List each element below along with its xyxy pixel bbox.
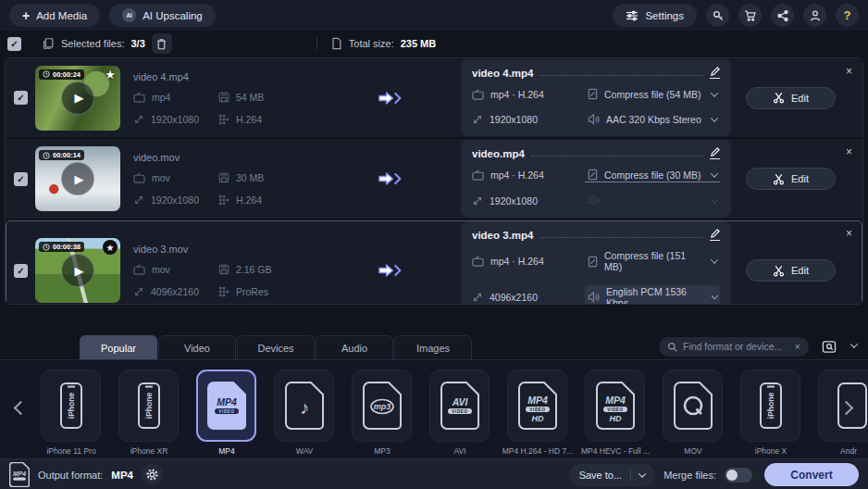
compress-icon <box>588 169 598 181</box>
add-media-label: Add Media <box>36 10 87 21</box>
mp4-hd-file-icon: MP4VIDEOHD <box>596 382 635 430</box>
rename-icon[interactable] <box>710 147 720 159</box>
format-card-mp4-selected[interactable]: MP4VIDEO MP4 <box>196 370 256 458</box>
tab-images[interactable]: Images <box>394 335 472 359</box>
format-card-iphone-x[interactable]: iPhone iPhone X <box>740 370 800 458</box>
cart-button[interactable] <box>738 4 762 27</box>
share-button[interactable] <box>771 4 794 27</box>
remove-file-icon[interactable]: × <box>846 228 852 239</box>
rename-icon[interactable] <box>710 67 720 79</box>
edit-button[interactable]: Edit <box>746 259 836 282</box>
chevron-down-icon <box>711 195 718 203</box>
file-row-2[interactable]: ✓ 00:00:14 ▶ video.mov mov 30 MB 1920x10… <box>6 139 862 219</box>
remove-file-icon[interactable]: × <box>846 66 852 77</box>
tab-devices[interactable]: Devices <box>237 335 315 359</box>
account-button[interactable] <box>803 4 826 27</box>
collapse-panel-chevron[interactable] <box>849 339 859 354</box>
format-card-android-partial[interactable]: Andr <box>818 370 868 458</box>
help-button[interactable]: ? <box>836 4 859 27</box>
format-card-iphone-11-pro[interactable]: iPhone iPhone 11 Pro <box>41 370 101 458</box>
scissors-icon <box>773 265 785 277</box>
svg-text:MP4: MP4 <box>527 395 548 406</box>
format-card-mp4-h264-hd[interactable]: MP4VIDEOHD MP4 H.264 - HD 7... <box>507 370 567 458</box>
source-filename: video.mov <box>133 152 318 163</box>
browse-formats-button[interactable] <box>817 336 841 357</box>
clock-icon <box>43 70 50 78</box>
search-icon <box>667 342 677 352</box>
output-settings-button[interactable] <box>142 464 163 485</box>
output-settings-card: video.mp4 mp4 · H.264 Compress file (30 … <box>461 140 731 218</box>
clock-icon <box>43 244 50 251</box>
compress-dropdown[interactable]: Compress file (54 MB) <box>585 87 720 101</box>
compress-dropdown[interactable]: Compress file (151 MB) <box>585 249 720 273</box>
format-card-iphone-xr[interactable]: iPhone iPhone XR <box>118 370 179 458</box>
video-thumbnail[interactable]: 00:00:24 ★ ▶ <box>35 66 120 131</box>
ai-upscaling-button[interactable]: AI AI Upscaling <box>109 4 216 27</box>
person-icon <box>809 9 822 22</box>
format-icon <box>133 172 145 183</box>
mp4-file-icon: MP4VIDEO <box>207 382 246 430</box>
remove-file-icon[interactable]: × <box>846 146 852 157</box>
audio-dropdown[interactable]: AAC 320 Kbps Stereo <box>585 113 720 126</box>
file-row-3[interactable]: ✓ 00:00:38 ★ ▶ video 3.mov mov 2.16 GB 4… <box>6 220 862 305</box>
select-all-checkbox[interactable]: ✓ <box>7 37 21 51</box>
source-filename: video 3.mov <box>133 244 318 255</box>
selected-files-group: Selected files: 3/3 <box>42 33 172 54</box>
favorite-star-icon[interactable]: ★ <box>105 68 116 82</box>
play-button[interactable]: ▶ <box>61 162 94 195</box>
chevron-down-icon <box>711 169 718 177</box>
convert-direction <box>318 170 461 187</box>
format-card-mp4-hevc-fullhd[interactable]: MP4VIDEOHD MP4 HEVC - Full ... <box>585 370 645 458</box>
save-to-dropdown[interactable]: Save to... <box>569 464 655 486</box>
scroll-left-arrow[interactable] <box>14 401 29 416</box>
play-button[interactable]: ▶ <box>61 82 94 115</box>
file-checkbox[interactable]: ✓ <box>14 264 28 278</box>
search-input[interactable] <box>683 341 789 352</box>
file-checkbox[interactable]: ✓ <box>14 91 28 105</box>
edit-button[interactable]: Edit <box>746 87 836 109</box>
tab-video[interactable]: Video <box>158 335 236 359</box>
edit-button[interactable]: Edit <box>746 168 836 190</box>
svg-text:AVI: AVI <box>451 396 468 408</box>
output-format-value: MP4 <box>111 470 133 481</box>
svg-text:MP4: MP4 <box>217 396 237 408</box>
tab-audio[interactable]: Audio <box>316 335 393 359</box>
copies-icon <box>42 37 55 50</box>
play-button[interactable]: ▶ <box>61 254 94 287</box>
settings-button[interactable]: Settings <box>613 4 697 27</box>
activation-key-button[interactable] <box>706 4 729 27</box>
output-format: mp4 · H.264 <box>472 249 581 273</box>
audio-dropdown[interactable]: English PCM 1536 Kbps... <box>585 285 720 305</box>
convert-button[interactable]: Convert <box>764 463 859 486</box>
favorite-star-icon[interactable]: ★ <box>103 240 118 255</box>
file-checkbox[interactable]: ✓ <box>14 172 28 186</box>
add-media-button[interactable]: + Add Media <box>9 4 100 27</box>
file-row-1[interactable]: ✓ 00:00:24 ★ ▶ video 4.mp4 mp4 54 MB 192… <box>6 58 862 137</box>
convert-direction <box>318 262 461 279</box>
selected-files-label: Selected files: <box>61 38 124 49</box>
svg-text:iPhone: iPhone <box>766 393 775 420</box>
resolution-icon <box>133 286 144 297</box>
convert-arrow-icon <box>378 262 402 279</box>
ai-upscaling-label: AI Upscaling <box>143 10 203 21</box>
resolution-icon <box>472 114 483 125</box>
source-info: video 3.mov mov 2.16 GB 4096x2160 ProRes <box>133 244 318 297</box>
clear-search-icon[interactable]: × <box>795 341 800 352</box>
format-card-wav[interactable]: ♪ WAV <box>274 370 334 458</box>
mp3-file-icon: mp3 <box>363 382 402 430</box>
format-card-avi[interactable]: AVIVIDEO AVI <box>429 370 490 458</box>
output-format: mp4 · H.264 <box>472 87 581 101</box>
format-card-mp3[interactable]: mp3 MP3 <box>352 370 412 458</box>
format-card-mov[interactable]: MOV <box>663 370 723 458</box>
video-thumbnail[interactable]: 00:00:14 ▶ <box>35 146 120 211</box>
video-thumbnail[interactable]: 00:00:38 ★ ▶ <box>35 238 120 303</box>
iphone-icon: iPhone <box>53 382 90 430</box>
rename-icon[interactable] <box>710 229 720 241</box>
output-filename: video 3.mp4 <box>472 230 533 241</box>
format-search[interactable]: × <box>659 337 809 357</box>
merge-files-toggle[interactable] <box>725 468 752 483</box>
tab-popular[interactable]: Popular <box>80 335 157 359</box>
compress-dropdown[interactable]: Compress file (30 MB) <box>585 168 720 182</box>
delete-selected-button[interactable] <box>152 33 172 54</box>
disk-icon <box>218 172 229 183</box>
